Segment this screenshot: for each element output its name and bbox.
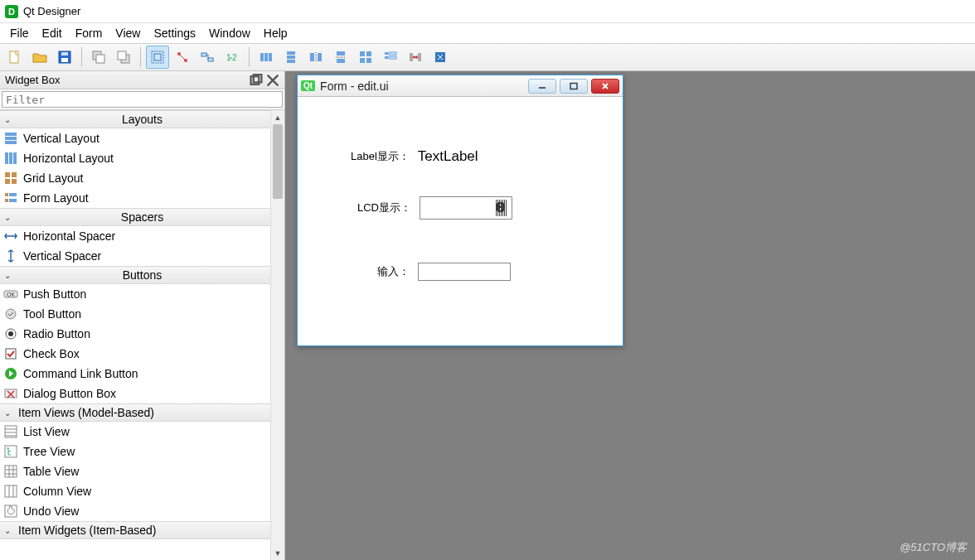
menu-edit[interactable]: Edit (36, 25, 69, 41)
app-titlebar: D Qt Designer (0, 0, 975, 23)
app-title: Qt Designer (23, 5, 80, 17)
widget-horizontal-layout[interactable]: Horizontal Layout (0, 148, 284, 168)
svg-rect-34 (385, 56, 388, 59)
widget-box-tree[interactable]: ▲ ▼ ⌄LayoutsVertical LayoutHorizontal La… (0, 110, 284, 560)
menu-view[interactable]: View (109, 25, 147, 41)
svg-rect-18 (269, 53, 272, 61)
svg-rect-12 (201, 53, 206, 56)
widget-tool-button[interactable]: Tool Button (0, 304, 284, 324)
scroll-down-icon[interactable]: ▼ (271, 546, 284, 560)
minimize-button[interactable] (528, 79, 556, 94)
open-file-icon[interactable] (28, 46, 51, 69)
close-button[interactable] (591, 79, 619, 94)
hlayout-icon (3, 151, 18, 166)
svg-rect-29 (366, 51, 371, 56)
widget-list-view[interactable]: List View (0, 422, 284, 442)
label-caption[interactable]: Label显示： (351, 149, 410, 164)
svg-rect-31 (366, 58, 371, 63)
undoview-icon (3, 504, 18, 519)
svg-rect-54 (9, 199, 17, 202)
menu-settings[interactable]: Settings (147, 25, 202, 41)
scroll-up-icon[interactable]: ▲ (271, 110, 284, 124)
edit-buddies-icon[interactable] (196, 46, 219, 69)
lcd-caption[interactable]: LCD显示： (357, 200, 411, 215)
widget-grid-layout[interactable]: Grid Layout (0, 168, 284, 188)
widget-check-box[interactable]: Check Box (0, 344, 284, 364)
menu-form[interactable]: Form (69, 25, 109, 41)
checkbox-icon (3, 346, 18, 361)
layout-v-splitter-icon[interactable] (329, 46, 352, 69)
svg-rect-51 (5, 193, 8, 196)
category-spacers[interactable]: ⌄Spacers (0, 208, 284, 226)
svg-rect-16 (260, 53, 264, 61)
svg-rect-28 (360, 51, 365, 56)
filter-input[interactable] (2, 91, 283, 108)
input-caption[interactable]: 输入： (377, 264, 410, 279)
svg-rect-68 (5, 466, 17, 477)
svg-point-57 (6, 309, 16, 319)
svg-rect-20 (287, 56, 295, 59)
restore-icon[interactable] (250, 75, 263, 86)
category-item-widgets-item-based-[interactable]: ⌄Item Widgets (Item-Based) (0, 521, 284, 539)
svg-rect-44 (5, 152, 8, 164)
category-item-views-model-based-[interactable]: ⌄Item Views (Model-Based) (0, 403, 284, 422)
new-file-icon[interactable] (3, 46, 27, 69)
lcd-number[interactable]: 0 (420, 196, 512, 220)
svg-rect-43 (5, 141, 17, 144)
svg-rect-78 (570, 83, 577, 89)
widget-item-label: Undo View (23, 504, 79, 518)
cmdlink-icon (3, 366, 18, 381)
widget-command-link-button[interactable]: Command Link Button (0, 364, 284, 384)
form-body[interactable]: Label显示： TextLabel LCD显示： 0 输入： (298, 97, 623, 345)
widget-vertical-layout[interactable]: Vertical Layout (0, 128, 284, 148)
close-icon[interactable] (266, 75, 279, 86)
widget-tree-view[interactable]: Tree View (0, 442, 284, 461)
line-edit[interactable] (418, 263, 511, 281)
layout-form-icon[interactable] (379, 46, 402, 69)
chevron-down-icon: ⌄ (0, 271, 15, 280)
form-titlebar[interactable]: Qt Form - edit.ui (298, 75, 623, 97)
widget-item-label: Table View (23, 465, 79, 478)
app-icon: D (5, 5, 18, 18)
menu-help[interactable]: Help (257, 25, 294, 41)
edit-widgets-icon[interactable] (146, 46, 169, 69)
widget-dialog-button-box[interactable]: Dialog Button Box (0, 384, 284, 403)
widget-item-label: Radio Button (23, 327, 90, 340)
layout-horizontal-icon[interactable] (255, 46, 278, 69)
widget-table-view[interactable]: Table View (0, 461, 284, 481)
widget-vertical-spacer[interactable]: Vertical Spacer (0, 246, 284, 266)
bring-front-icon[interactable] (112, 46, 135, 69)
widget-horizontal-spacer[interactable]: Horizontal Spacer (0, 226, 284, 246)
menu-window[interactable]: Window (202, 25, 257, 41)
edit-signals-icon[interactable] (171, 46, 194, 69)
widget-push-button[interactable]: OKPush Button (0, 284, 284, 304)
widget-column-view[interactable]: Column View (0, 481, 284, 501)
text-label[interactable]: TextLabel (418, 148, 478, 165)
widget-radio-button[interactable]: Radio Button (0, 324, 284, 344)
adjust-size-icon[interactable] (429, 46, 452, 69)
hspacer-icon (3, 229, 18, 244)
svg-rect-3 (61, 52, 68, 56)
widget-undo-view[interactable]: Undo View (0, 501, 284, 521)
maximize-button[interactable] (560, 79, 588, 94)
scrollbar[interactable]: ▲ ▼ (270, 110, 284, 560)
form-window[interactable]: Qt Form - edit.ui Label显示： TextLabel LCD… (297, 75, 623, 346)
widget-item-label: Push Button (23, 287, 86, 301)
layout-vertical-icon[interactable] (279, 46, 303, 69)
category-buttons[interactable]: ⌄Buttons (0, 266, 284, 284)
save-file-icon[interactable] (53, 46, 76, 69)
send-back-icon[interactable] (87, 46, 110, 69)
break-layout-icon[interactable] (404, 46, 427, 69)
svg-rect-33 (389, 52, 396, 55)
edit-tab-order-icon[interactable]: 12 (221, 46, 244, 69)
scroll-thumb[interactable] (273, 124, 283, 199)
layout-h-splitter-icon[interactable] (304, 46, 327, 69)
layout-grid-icon[interactable] (354, 46, 377, 69)
svg-rect-26 (337, 59, 345, 63)
widget-form-layout[interactable]: Form Layout (0, 188, 284, 208)
design-canvas[interactable]: Qt Form - edit.ui Label显示： TextLabel LCD… (285, 71, 975, 560)
menu-file[interactable]: File (3, 25, 36, 41)
category-layouts[interactable]: ⌄Layouts (0, 110, 284, 128)
svg-rect-47 (5, 172, 10, 177)
chevron-down-icon: ⌄ (0, 408, 15, 418)
